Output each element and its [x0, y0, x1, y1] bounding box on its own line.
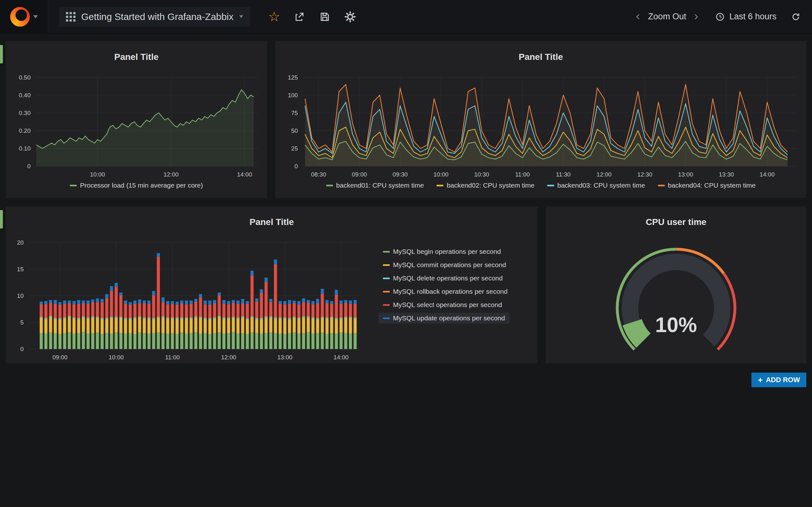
clock-icon — [715, 12, 725, 21]
time-range-button[interactable]: Last 6 hours — [712, 9, 780, 24]
svg-text:75: 75 — [291, 110, 298, 116]
svg-text:11:30: 11:30 — [556, 171, 571, 178]
legend-item[interactable]: MySQL update operations per second — [378, 313, 509, 324]
zoom-out-label: Zoom Out — [648, 12, 686, 21]
refresh-button[interactable] — [789, 10, 803, 23]
panel-title[interactable]: Panel Title — [6, 49, 267, 66]
grafana-logo-button[interactable] — [0, 0, 48, 34]
legend-item[interactable]: backend01: CPU system time — [326, 181, 424, 189]
star-icon: ☆ — [268, 10, 280, 23]
svg-text:11:00: 11:00 — [515, 171, 530, 178]
chevron-left-icon — [635, 12, 642, 21]
panel-title[interactable]: Panel Title — [275, 49, 806, 66]
plus-icon: + — [758, 376, 763, 384]
legend-label: MySQL commit operations per second — [393, 261, 506, 269]
graph-legend: Processor load (15 min average per core) — [6, 180, 267, 198]
svg-text:14:00: 14:00 — [237, 171, 252, 178]
svg-text:0.40: 0.40 — [19, 92, 31, 99]
legend-item[interactable]: MySQL select operations per second — [378, 299, 507, 310]
gauge-area: 10% — [546, 238, 806, 363]
svg-text:5: 5 — [20, 320, 24, 326]
row-toggle-handle[interactable] — [0, 210, 3, 228]
legend-color-dash — [437, 185, 444, 186]
svg-text:13:00: 13:00 — [678, 171, 693, 178]
panel-title[interactable]: Panel Title — [6, 214, 538, 231]
legend-label: backend03: CPU system time — [557, 181, 645, 189]
graph-legend: MySQL begin operations per secondMySQL c… — [369, 238, 538, 363]
save-button[interactable] — [316, 8, 334, 26]
chart-area: 00.100.200.300.400.5010:0012:0014:00 — [6, 73, 267, 180]
svg-text:08:30: 08:30 — [311, 171, 326, 178]
chart-area: 025507510012508:3009:0009:3010:0010:3011… — [275, 73, 806, 180]
star-button[interactable]: ☆ — [265, 8, 283, 26]
legend-item[interactable]: backend03: CPU system time — [547, 181, 645, 189]
legend-label: MySQL delete operations per second — [393, 274, 503, 282]
cpu-user-time-gauge: 10% — [546, 238, 806, 363]
svg-text:100: 100 — [288, 92, 298, 99]
legend-label: MySQL select operations per second — [393, 301, 502, 308]
legend-color-dash — [383, 304, 390, 306]
legend-color-dash — [383, 264, 390, 266]
svg-text:12:00: 12:00 — [221, 354, 236, 360]
add-row-button[interactable]: + ADD ROW — [751, 373, 806, 387]
legend-color-dash — [658, 185, 665, 186]
legend-item[interactable]: backend04: CPU system time — [658, 181, 756, 189]
dashboard-title: Getting Started with Grafana-Zabbix — [81, 11, 234, 22]
legend-color-dash — [547, 185, 554, 186]
panel-title[interactable]: CPU user time — [546, 214, 806, 231]
svg-text:10:30: 10:30 — [474, 171, 489, 178]
svg-text:10: 10 — [17, 292, 24, 299]
legend-item[interactable]: MySQL commit operations per second — [378, 260, 510, 270]
svg-text:25: 25 — [291, 146, 298, 152]
legend-color-dash — [383, 251, 390, 252]
dashboard-title-button[interactable]: Getting Started with Grafana-Zabbix — [59, 7, 250, 26]
svg-text:0.30: 0.30 — [19, 110, 31, 116]
svg-text:0: 0 — [20, 346, 24, 353]
settings-button[interactable] — [341, 8, 359, 26]
legend-item[interactable]: MySQL rollback operations per second — [378, 286, 512, 297]
svg-text:09:30: 09:30 — [393, 171, 408, 178]
panel-cpu-user-time: CPU user time 10% — [546, 206, 806, 363]
legend-item[interactable]: MySQL delete operations per second — [378, 273, 507, 284]
time-shift-back-button[interactable] — [631, 10, 645, 23]
chevron-down-icon — [239, 15, 243, 18]
legend-item[interactable]: backend02: CPU system time — [437, 181, 535, 189]
svg-text:10%: 10% — [655, 313, 697, 337]
gear-icon — [345, 11, 356, 22]
zoom-out-button[interactable]: Zoom Out — [645, 9, 689, 24]
panel-cpu-system-time: Panel Title 025507510012508:3009:0009:30… — [275, 41, 806, 198]
processor-load-graph[interactable]: 00.100.200.300.400.5010:0012:0014:00 — [6, 73, 267, 180]
share-button[interactable] — [290, 8, 309, 26]
svg-text:13:00: 13:00 — [277, 354, 292, 360]
legend-color-dash — [383, 291, 390, 292]
add-row-container: + ADD ROW — [6, 372, 806, 387]
svg-text:13:30: 13:30 — [719, 171, 734, 178]
navbar: Getting Started with Grafana-Zabbix ☆ — [0, 0, 812, 34]
panel-processor-load: Panel Title 00.100.200.300.400.5010:0012… — [6, 41, 267, 198]
legend-label: MySQL begin operations per second — [393, 248, 501, 256]
svg-text:50: 50 — [291, 127, 298, 134]
row-toggle-handle[interactable] — [0, 45, 3, 63]
save-icon — [319, 11, 330, 22]
chevron-down-icon — [33, 15, 38, 18]
svg-text:10:00: 10:00 — [90, 171, 105, 178]
svg-text:09:00: 09:00 — [52, 354, 67, 360]
svg-text:14:00: 14:00 — [334, 354, 349, 360]
legend-color-dash — [383, 278, 390, 279]
legend-label: Processor load (15 min average per core) — [80, 181, 203, 189]
svg-text:0.20: 0.20 — [19, 127, 31, 134]
legend-item[interactable]: MySQL begin operations per second — [378, 246, 505, 257]
svg-text:12:00: 12:00 — [597, 171, 612, 178]
time-shift-forward-button[interactable] — [689, 10, 703, 23]
legend-item[interactable]: Processor load (15 min average per core) — [70, 181, 203, 189]
dashboard-row: Panel Title 0510152009:0010:0011:0012:00… — [6, 206, 806, 363]
legend-label: MySQL update operations per second — [393, 314, 505, 322]
mysql-operations-graph[interactable]: 0510152009:0010:0011:0012:0013:0014:00 — [6, 238, 369, 363]
share-icon — [294, 11, 305, 22]
legend-color-dash — [383, 318, 390, 319]
svg-text:12:00: 12:00 — [163, 171, 178, 178]
cpu-system-time-graph[interactable]: 025507510012508:3009:0009:3010:0010:3011… — [275, 73, 806, 180]
time-range-label: Last 6 hours — [729, 12, 776, 21]
legend-label: backend02: CPU system time — [447, 181, 535, 189]
refresh-icon — [791, 12, 801, 21]
